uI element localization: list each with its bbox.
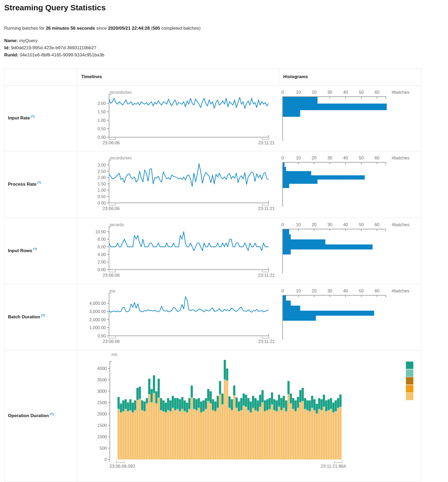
svg-text:0.00: 0.00 — [98, 267, 106, 272]
table-bottom-border — [4, 481, 421, 482]
svg-text:10: 10 — [296, 155, 301, 160]
svg-text:2.00: 2.00 — [98, 101, 106, 106]
svg-text:40: 40 — [343, 288, 348, 293]
process-rate-label: Process Rate — [8, 182, 37, 187]
svg-text:40: 40 — [343, 222, 348, 227]
svg-text:0.00: 0.00 — [98, 201, 106, 205]
svg-text:0.00: 0.00 — [98, 135, 106, 140]
process-rate-histogram-chart: 0102030405060#batches — [279, 151, 421, 218]
svg-text:1.00: 1.00 — [98, 188, 106, 193]
svg-text:10: 10 — [296, 90, 301, 95]
svg-text:#batches: #batches — [392, 288, 409, 293]
row-label-input-rate: Input Rate(?) — [4, 85, 77, 151]
input-rate-timeline-chart: records/sec2.001.501.000.500.0023:06:062… — [78, 85, 279, 151]
svg-text:3500: 3500 — [97, 377, 107, 382]
svg-text:20: 20 — [312, 222, 316, 227]
input-rows-timeline-chart: records10.008.006.004.002.000.0023:06:06… — [78, 218, 279, 284]
process-rate-timeline-chart-svg: records/sec3.002.502.001.501.000.500.002… — [78, 151, 279, 218]
histograms-header: Histograms — [283, 74, 308, 79]
svg-text:4.00: 4.00 — [98, 252, 106, 257]
svg-text:60: 60 — [375, 222, 379, 227]
svg-text:1.50: 1.50 — [98, 110, 106, 114]
summary-since: since — [95, 26, 108, 31]
summary-suffix: completed batches) — [160, 26, 201, 31]
process-rate-help-icon[interactable]: (?) — [37, 181, 41, 184]
svg-text:records: records — [110, 222, 124, 227]
label-column-border — [77, 68, 77, 481]
svg-text:2000: 2000 — [97, 412, 107, 416]
svg-text:0: 0 — [281, 288, 284, 293]
svg-text:1000: 1000 — [97, 434, 107, 439]
svg-text:#batches: #batches — [392, 222, 409, 227]
svg-text:23:06:06.093: 23:06:06.093 — [110, 464, 135, 468]
svg-text:20: 20 — [312, 90, 316, 95]
row-label-batch-duration: Batch Duration(?) — [4, 284, 77, 350]
svg-text:10.00: 10.00 — [95, 230, 106, 234]
svg-text:23:11:21: 23:11:21 — [258, 339, 275, 344]
process-rate-timeline-chart: records/sec3.002.502.001.501.000.500.002… — [78, 151, 279, 218]
input-rows-histogram-chart-svg: 0102030405060#batches — [279, 218, 421, 284]
batch-duration-timeline-chart: ms4,000.003,000.002,000.001,000.000.0023… — [78, 284, 279, 350]
runid-label: RunId: — [4, 52, 19, 57]
input-rate-help-icon[interactable]: (?) — [31, 115, 35, 118]
svg-text:0.50: 0.50 — [98, 194, 106, 199]
svg-text:23:11:21: 23:11:21 — [258, 273, 275, 278]
svg-text:1.00: 1.00 — [98, 118, 106, 123]
svg-text:records/sec: records/sec — [110, 90, 132, 95]
svg-text:8.00: 8.00 — [98, 237, 106, 242]
summary-start-time: 2020/05/21 22:44:28 — [108, 26, 150, 31]
svg-text:23:06:06: 23:06:06 — [103, 339, 120, 344]
operation-duration-label: Operation Duration — [8, 413, 49, 418]
batch-duration-help-icon[interactable]: (?) — [41, 314, 45, 317]
operation-duration-help-icon[interactable]: (?) — [50, 412, 54, 416]
timelines-header: Timelines — [81, 74, 102, 79]
svg-text:23:11:21: 23:11:21 — [258, 140, 275, 145]
svg-text:500: 500 — [99, 446, 107, 450]
svg-text:ms: ms — [110, 288, 115, 293]
svg-text:2,000.00: 2,000.00 — [89, 318, 106, 322]
legend-swatch — [406, 385, 413, 392]
svg-text:40: 40 — [343, 155, 348, 160]
svg-text:0: 0 — [281, 155, 284, 160]
runid-value: 04e101e6-8bf8-4165-9099-9104c951ba3b — [20, 52, 105, 57]
name-label: Name: — [4, 38, 18, 43]
svg-text:0: 0 — [281, 90, 284, 95]
query-runid-line: RunId: 04e101e6-8bf8-4165-9099-9104c951b… — [4, 51, 104, 59]
svg-text:#batches: #batches — [392, 90, 409, 95]
svg-text:4000: 4000 — [97, 366, 107, 371]
id-value: 9d0dd219-995d-423e-b97d-36931110bb27 — [11, 45, 97, 50]
svg-text:1,000.00: 1,000.00 — [89, 325, 106, 330]
process-rate-histogram-chart-svg: 0102030405060#batches — [279, 151, 421, 218]
table-top-border — [4, 68, 421, 69]
batch-duration-histogram-chart: 0102030405060#batches — [279, 284, 421, 350]
legend-swatch — [406, 393, 413, 400]
svg-text:23:06:06: 23:06:06 — [103, 140, 120, 145]
operation-duration-legend — [406, 362, 413, 401]
svg-text:3,000.00: 3,000.00 — [89, 309, 106, 314]
row-label-operation-duration: Operation Duration(?) — [4, 350, 77, 481]
batch-duration-histogram-chart-svg: 0102030405060#batches — [279, 284, 421, 350]
svg-text:40: 40 — [343, 90, 348, 95]
svg-text:#batches: #batches — [392, 155, 409, 160]
svg-text:23:11:21: 23:11:21 — [258, 206, 275, 211]
svg-text:30: 30 — [327, 90, 332, 95]
svg-text:30: 30 — [327, 288, 332, 293]
svg-text:60: 60 — [375, 288, 379, 293]
svg-text:3000: 3000 — [97, 389, 107, 394]
query-name-line: Name: myQuery — [4, 37, 104, 44]
page-title: Streaming Query Statistics — [4, 3, 106, 12]
input-rows-histogram-chart: 0102030405060#batches — [279, 218, 421, 284]
svg-text:0: 0 — [105, 457, 107, 462]
svg-text:2.50: 2.50 — [98, 169, 106, 174]
operation-duration-stacked-chart-svg: ms0500100015002000250030003500400023:06:… — [78, 350, 421, 481]
svg-text:30: 30 — [327, 155, 332, 160]
input-rows-help-icon[interactable]: (?) — [33, 247, 37, 251]
row-label-input-rows: Input Rows(?) — [4, 218, 77, 284]
input-rate-label: Input Rate — [8, 115, 30, 121]
input-rate-histogram-chart: 0102030405060#batches — [279, 85, 421, 151]
svg-text:23:11:21.864: 23:11:21.864 — [321, 464, 346, 468]
svg-text:0.50: 0.50 — [98, 127, 106, 131]
id-label: Id: — [4, 45, 10, 50]
query-id-line: Id: 9d0dd219-995d-423e-b97d-36931110bb27 — [4, 44, 104, 51]
svg-text:10: 10 — [296, 222, 301, 227]
